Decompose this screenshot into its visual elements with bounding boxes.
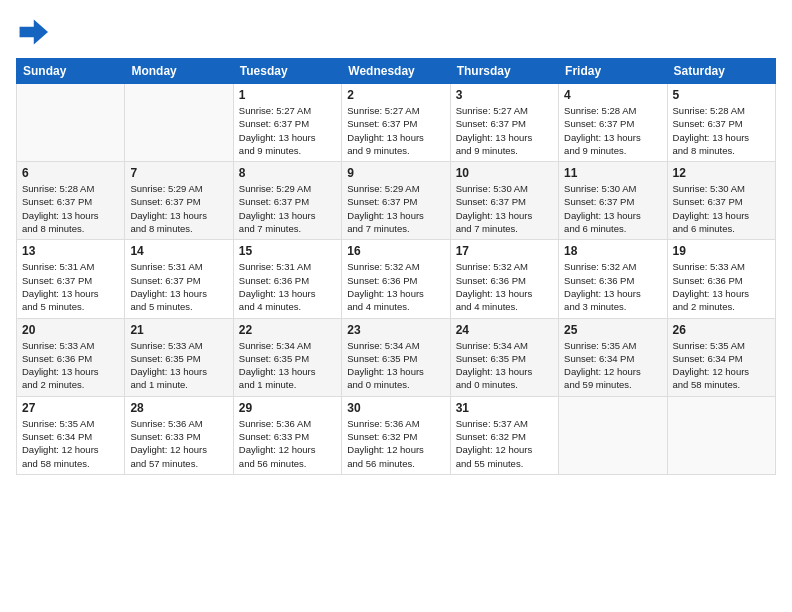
day-detail: Sunrise: 5:37 AM Sunset: 6:32 PM Dayligh… (456, 417, 553, 470)
calendar-cell: 26Sunrise: 5:35 AM Sunset: 6:34 PM Dayli… (667, 318, 775, 396)
day-detail: Sunrise: 5:29 AM Sunset: 6:37 PM Dayligh… (130, 182, 227, 235)
calendar-week-row: 20Sunrise: 5:33 AM Sunset: 6:36 PM Dayli… (17, 318, 776, 396)
day-detail: Sunrise: 5:36 AM Sunset: 6:33 PM Dayligh… (130, 417, 227, 470)
day-detail: Sunrise: 5:32 AM Sunset: 6:36 PM Dayligh… (347, 260, 444, 313)
day-detail: Sunrise: 5:36 AM Sunset: 6:32 PM Dayligh… (347, 417, 444, 470)
weekday-header-saturday: Saturday (667, 59, 775, 84)
day-number: 24 (456, 323, 553, 337)
calendar-cell: 28Sunrise: 5:36 AM Sunset: 6:33 PM Dayli… (125, 396, 233, 474)
calendar-cell: 18Sunrise: 5:32 AM Sunset: 6:36 PM Dayli… (559, 240, 667, 318)
day-detail: Sunrise: 5:34 AM Sunset: 6:35 PM Dayligh… (456, 339, 553, 392)
day-detail: Sunrise: 5:33 AM Sunset: 6:35 PM Dayligh… (130, 339, 227, 392)
day-number: 25 (564, 323, 661, 337)
day-number: 14 (130, 244, 227, 258)
logo (16, 16, 52, 48)
calendar-cell (667, 396, 775, 474)
day-number: 27 (22, 401, 119, 415)
page-header (16, 16, 776, 48)
day-detail: Sunrise: 5:35 AM Sunset: 6:34 PM Dayligh… (564, 339, 661, 392)
calendar-cell: 25Sunrise: 5:35 AM Sunset: 6:34 PM Dayli… (559, 318, 667, 396)
calendar-cell: 30Sunrise: 5:36 AM Sunset: 6:32 PM Dayli… (342, 396, 450, 474)
day-detail: Sunrise: 5:31 AM Sunset: 6:37 PM Dayligh… (130, 260, 227, 313)
calendar-cell: 9Sunrise: 5:29 AM Sunset: 6:37 PM Daylig… (342, 162, 450, 240)
day-detail: Sunrise: 5:35 AM Sunset: 6:34 PM Dayligh… (22, 417, 119, 470)
day-detail: Sunrise: 5:30 AM Sunset: 6:37 PM Dayligh… (456, 182, 553, 235)
calendar-cell: 23Sunrise: 5:34 AM Sunset: 6:35 PM Dayli… (342, 318, 450, 396)
calendar-cell: 12Sunrise: 5:30 AM Sunset: 6:37 PM Dayli… (667, 162, 775, 240)
day-number: 11 (564, 166, 661, 180)
day-number: 22 (239, 323, 336, 337)
day-detail: Sunrise: 5:31 AM Sunset: 6:36 PM Dayligh… (239, 260, 336, 313)
calendar-week-row: 13Sunrise: 5:31 AM Sunset: 6:37 PM Dayli… (17, 240, 776, 318)
calendar-cell (559, 396, 667, 474)
day-number: 1 (239, 88, 336, 102)
day-detail: Sunrise: 5:34 AM Sunset: 6:35 PM Dayligh… (239, 339, 336, 392)
calendar-header: SundayMondayTuesdayWednesdayThursdayFrid… (17, 59, 776, 84)
calendar-cell: 14Sunrise: 5:31 AM Sunset: 6:37 PM Dayli… (125, 240, 233, 318)
calendar-cell: 22Sunrise: 5:34 AM Sunset: 6:35 PM Dayli… (233, 318, 341, 396)
day-detail: Sunrise: 5:28 AM Sunset: 6:37 PM Dayligh… (22, 182, 119, 235)
day-number: 28 (130, 401, 227, 415)
day-number: 2 (347, 88, 444, 102)
day-detail: Sunrise: 5:27 AM Sunset: 6:37 PM Dayligh… (347, 104, 444, 157)
day-detail: Sunrise: 5:32 AM Sunset: 6:36 PM Dayligh… (456, 260, 553, 313)
calendar-cell: 17Sunrise: 5:32 AM Sunset: 6:36 PM Dayli… (450, 240, 558, 318)
day-number: 6 (22, 166, 119, 180)
day-detail: Sunrise: 5:29 AM Sunset: 6:37 PM Dayligh… (347, 182, 444, 235)
weekday-header-row: SundayMondayTuesdayWednesdayThursdayFrid… (17, 59, 776, 84)
day-number: 8 (239, 166, 336, 180)
day-detail: Sunrise: 5:30 AM Sunset: 6:37 PM Dayligh… (564, 182, 661, 235)
calendar-cell: 1Sunrise: 5:27 AM Sunset: 6:37 PM Daylig… (233, 84, 341, 162)
day-detail: Sunrise: 5:31 AM Sunset: 6:37 PM Dayligh… (22, 260, 119, 313)
day-number: 20 (22, 323, 119, 337)
calendar-cell: 19Sunrise: 5:33 AM Sunset: 6:36 PM Dayli… (667, 240, 775, 318)
day-number: 29 (239, 401, 336, 415)
day-number: 12 (673, 166, 770, 180)
calendar-cell: 10Sunrise: 5:30 AM Sunset: 6:37 PM Dayli… (450, 162, 558, 240)
calendar-body: 1Sunrise: 5:27 AM Sunset: 6:37 PM Daylig… (17, 84, 776, 475)
calendar-cell: 4Sunrise: 5:28 AM Sunset: 6:37 PM Daylig… (559, 84, 667, 162)
day-number: 9 (347, 166, 444, 180)
day-number: 15 (239, 244, 336, 258)
day-number: 17 (456, 244, 553, 258)
calendar-table: SundayMondayTuesdayWednesdayThursdayFrid… (16, 58, 776, 475)
weekday-header-tuesday: Tuesday (233, 59, 341, 84)
calendar-cell: 27Sunrise: 5:35 AM Sunset: 6:34 PM Dayli… (17, 396, 125, 474)
day-number: 19 (673, 244, 770, 258)
calendar-cell: 13Sunrise: 5:31 AM Sunset: 6:37 PM Dayli… (17, 240, 125, 318)
weekday-header-thursday: Thursday (450, 59, 558, 84)
calendar-cell: 11Sunrise: 5:30 AM Sunset: 6:37 PM Dayli… (559, 162, 667, 240)
calendar-cell: 20Sunrise: 5:33 AM Sunset: 6:36 PM Dayli… (17, 318, 125, 396)
svg-marker-0 (20, 20, 48, 45)
day-number: 3 (456, 88, 553, 102)
calendar-cell: 6Sunrise: 5:28 AM Sunset: 6:37 PM Daylig… (17, 162, 125, 240)
day-detail: Sunrise: 5:33 AM Sunset: 6:36 PM Dayligh… (22, 339, 119, 392)
day-detail: Sunrise: 5:29 AM Sunset: 6:37 PM Dayligh… (239, 182, 336, 235)
day-number: 4 (564, 88, 661, 102)
day-number: 30 (347, 401, 444, 415)
day-number: 23 (347, 323, 444, 337)
calendar-cell: 24Sunrise: 5:34 AM Sunset: 6:35 PM Dayli… (450, 318, 558, 396)
day-detail: Sunrise: 5:28 AM Sunset: 6:37 PM Dayligh… (564, 104, 661, 157)
day-detail: Sunrise: 5:28 AM Sunset: 6:37 PM Dayligh… (673, 104, 770, 157)
weekday-header-wednesday: Wednesday (342, 59, 450, 84)
calendar-cell: 5Sunrise: 5:28 AM Sunset: 6:37 PM Daylig… (667, 84, 775, 162)
day-number: 5 (673, 88, 770, 102)
calendar-cell: 16Sunrise: 5:32 AM Sunset: 6:36 PM Dayli… (342, 240, 450, 318)
day-detail: Sunrise: 5:30 AM Sunset: 6:37 PM Dayligh… (673, 182, 770, 235)
calendar-cell (125, 84, 233, 162)
calendar-cell: 21Sunrise: 5:33 AM Sunset: 6:35 PM Dayli… (125, 318, 233, 396)
calendar-cell: 7Sunrise: 5:29 AM Sunset: 6:37 PM Daylig… (125, 162, 233, 240)
day-detail: Sunrise: 5:36 AM Sunset: 6:33 PM Dayligh… (239, 417, 336, 470)
day-detail: Sunrise: 5:33 AM Sunset: 6:36 PM Dayligh… (673, 260, 770, 313)
day-number: 16 (347, 244, 444, 258)
day-detail: Sunrise: 5:34 AM Sunset: 6:35 PM Dayligh… (347, 339, 444, 392)
weekday-header-monday: Monday (125, 59, 233, 84)
day-detail: Sunrise: 5:27 AM Sunset: 6:37 PM Dayligh… (239, 104, 336, 157)
day-number: 13 (22, 244, 119, 258)
calendar-cell (17, 84, 125, 162)
calendar-cell: 29Sunrise: 5:36 AM Sunset: 6:33 PM Dayli… (233, 396, 341, 474)
calendar-week-row: 27Sunrise: 5:35 AM Sunset: 6:34 PM Dayli… (17, 396, 776, 474)
calendar-cell: 15Sunrise: 5:31 AM Sunset: 6:36 PM Dayli… (233, 240, 341, 318)
calendar-cell: 3Sunrise: 5:27 AM Sunset: 6:37 PM Daylig… (450, 84, 558, 162)
